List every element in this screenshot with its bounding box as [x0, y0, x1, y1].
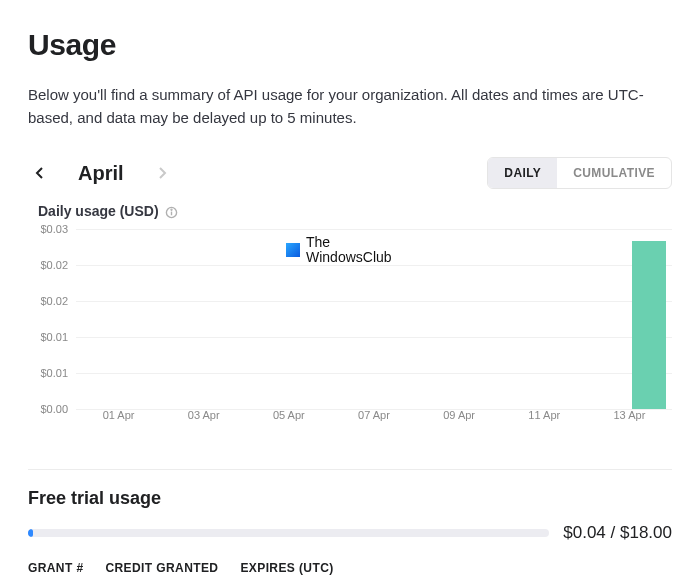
x-tick: 05 Apr [246, 409, 331, 429]
free-trial-progress-row: $0.04 / $18.00 [28, 523, 672, 543]
watermark-line2: WindowsClub [306, 250, 392, 265]
month-nav: April [28, 162, 174, 185]
plot-area: The WindowsClub [76, 229, 672, 409]
free-trial-amount-label: $0.04 / $18.00 [563, 523, 672, 543]
bar-slot [580, 229, 626, 409]
bar-slot [489, 229, 535, 409]
watermark: The WindowsClub [286, 235, 392, 266]
prev-month-button[interactable] [28, 162, 50, 184]
windowsclub-logo-icon [286, 243, 300, 257]
month-row: April DAILY CUMULATIVE [28, 157, 672, 189]
y-tick: $0.02 [40, 295, 68, 307]
bar-slot [168, 229, 214, 409]
y-tick: $0.03 [40, 223, 68, 235]
bar-slot [626, 229, 672, 409]
x-tick: 03 Apr [161, 409, 246, 429]
watermark-text: The WindowsClub [306, 235, 392, 266]
y-tick: $0.01 [40, 367, 68, 379]
y-tick: $0.01 [40, 331, 68, 343]
chevron-left-icon [34, 166, 44, 180]
page-title: Usage [28, 28, 672, 62]
usage-bar[interactable] [632, 241, 666, 409]
bar-slot [214, 229, 260, 409]
page-description: Below you'll find a summary of API usage… [28, 84, 668, 129]
bar-slot [534, 229, 580, 409]
bar-slot [397, 229, 443, 409]
next-month-button[interactable] [152, 162, 174, 184]
free-trial-progress-fill [28, 529, 33, 537]
month-label: April [78, 162, 124, 185]
bar-slot [122, 229, 168, 409]
x-tick: 11 Apr [502, 409, 587, 429]
y-tick: $0.00 [40, 403, 68, 415]
x-tick: 09 Apr [417, 409, 502, 429]
tab-cumulative[interactable]: CUMULATIVE [557, 158, 671, 188]
bar-slot [76, 229, 122, 409]
y-axis: $0.03$0.02$0.02$0.01$0.01$0.00 [28, 229, 76, 409]
tab-daily[interactable]: DAILY [488, 158, 557, 188]
view-toggle: DAILY CUMULATIVE [487, 157, 672, 189]
bar-slot [443, 229, 489, 409]
col-expires: EXPIRES (UTC) [240, 561, 355, 584]
x-tick: 13 Apr [587, 409, 672, 429]
x-axis: 01 Apr03 Apr05 Apr07 Apr09 Apr11 Apr13 A… [76, 409, 672, 429]
grants-table: GRANT # CREDIT GRANTED EXPIRES (UTC) Gra… [28, 561, 356, 584]
usage-chart: $0.03$0.02$0.02$0.01$0.01$0.00 The Windo… [28, 229, 672, 429]
x-tick: 07 Apr [331, 409, 416, 429]
free-trial-progress [28, 529, 549, 537]
info-icon[interactable] [165, 205, 178, 218]
svg-point-2 [171, 209, 172, 210]
chart-title-row: Daily usage (USD) [38, 203, 672, 219]
y-tick: $0.02 [40, 259, 68, 271]
chart-title: Daily usage (USD) [38, 203, 159, 219]
col-credit: CREDIT GRANTED [105, 561, 240, 584]
free-trial-heading: Free trial usage [28, 488, 672, 509]
chevron-right-icon [158, 166, 168, 180]
col-grant: GRANT # [28, 561, 105, 584]
watermark-line1: The [306, 235, 392, 250]
divider [28, 469, 672, 470]
x-tick: 01 Apr [76, 409, 161, 429]
